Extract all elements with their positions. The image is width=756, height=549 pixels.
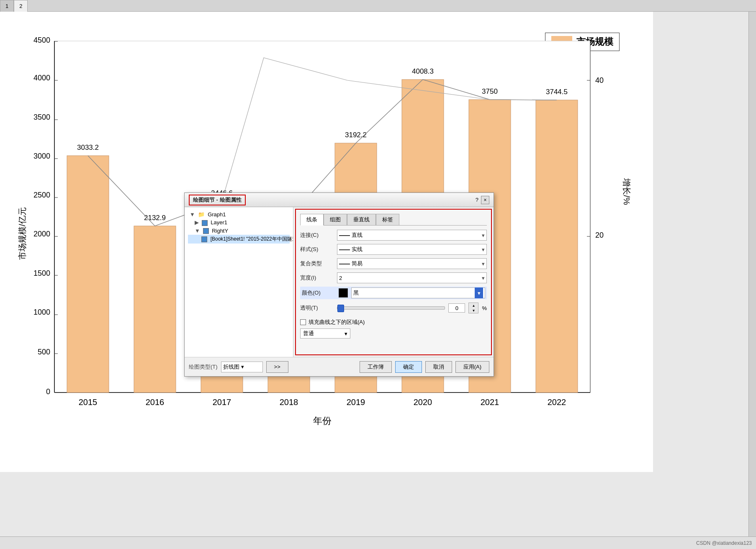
x-label-2020: 2020 xyxy=(414,398,432,407)
dialog-footer: 绘图类型(T) 折线图 ▾ >> 工作簿 确定 取消 应用(A) xyxy=(185,357,494,376)
x-label-2021: 2021 xyxy=(481,398,499,407)
dialog-titlebar: 绘图细节 - 绘图属性 ? × xyxy=(185,193,494,207)
tab-bar: 1 2 xyxy=(0,0,756,12)
bar-2022 xyxy=(536,100,578,393)
right-y-axis-label: 增长/% xyxy=(622,178,631,205)
bar-label-2019: 3192.2 xyxy=(345,131,367,139)
normal-label: 普通 xyxy=(303,330,314,337)
tree-panel: ▼ 📁 Graph1 ▶ Layer1 ▼ RightY [Book1]Shee… xyxy=(185,207,293,357)
y-axis-label: 市场规模/亿元 xyxy=(18,207,27,260)
transparency-label: 透明(T) xyxy=(300,304,334,312)
bar-label-2020: 4008.3 xyxy=(412,67,434,75)
connect-row: 连接(C) 直线 ▾ xyxy=(300,230,487,241)
cancel-button[interactable]: 取消 xyxy=(425,361,452,373)
right-y-tick-40: 40 xyxy=(595,76,604,85)
bottom-bar: CSDN @xiatiandexia123 xyxy=(0,536,756,549)
x-label-2016: 2016 xyxy=(146,398,165,407)
transparency-unit: % xyxy=(482,305,487,311)
y-tick-2000: 2000 xyxy=(33,230,50,238)
right-y-tick-20: 20 xyxy=(595,231,604,239)
composite-label: 复合类型 xyxy=(300,260,334,267)
fill-checkbox[interactable] xyxy=(300,319,306,325)
transparency-slider[interactable] xyxy=(337,306,445,310)
transparency-spinner[interactable]: ▲ ▼ xyxy=(468,303,478,313)
style-row: 样式(S) 实线 ▾ xyxy=(300,244,487,255)
bar-2015 xyxy=(67,156,109,393)
fill-checkbox-row: 填充曲线之下的区域(A) xyxy=(300,318,487,326)
tree-layer1[interactable]: ▶ Layer1 xyxy=(188,218,290,227)
color-dropdown-arrow[interactable]: ▾ xyxy=(475,287,483,298)
width-label: 宽度(I) xyxy=(300,274,334,282)
x-label-2022: 2022 xyxy=(548,398,566,407)
chart-type-label: 绘图类型(T) xyxy=(189,363,218,371)
workbook-button[interactable]: 工作簿 xyxy=(360,361,392,373)
tree-righty[interactable]: ▼ RightY xyxy=(188,227,290,235)
arrows-button[interactable]: >> xyxy=(266,361,288,373)
transparency-input[interactable] xyxy=(448,303,465,313)
bar-2016 xyxy=(134,226,176,393)
bar-label-2022: 3744.5 xyxy=(546,88,568,96)
dialog-close-button[interactable]: × xyxy=(481,196,489,204)
spinner-down[interactable]: ▼ xyxy=(469,308,478,313)
spinner-up[interactable]: ▲ xyxy=(469,303,478,308)
composite-select[interactable]: 简易 ▾ xyxy=(337,258,487,269)
bar-label-2015: 3033.2 xyxy=(77,144,99,151)
connect-label: 连接(C) xyxy=(300,231,334,239)
plot-properties-dialog: 绘图细节 - 绘图属性 ? × ▼ 📁 Graph1 ▶ Layer1 ▼ Ri… xyxy=(184,192,494,377)
color-row: 颜色(O) 黑 ▾ xyxy=(300,287,487,299)
chart-type-select[interactable]: 折线图 ▾ xyxy=(221,362,263,372)
right-scrollbar[interactable] xyxy=(748,12,756,549)
dialog-title: 绘图细节 - 绘图属性 xyxy=(189,195,246,205)
x-label-2019: 2019 xyxy=(347,398,365,407)
y-tick-3500: 3500 xyxy=(33,113,50,121)
y-tick-2500: 2500 xyxy=(33,191,50,199)
y-tick-1500: 1500 xyxy=(33,269,50,277)
dialog-body: ▼ 📁 Graph1 ▶ Layer1 ▼ RightY [Book1]Shee… xyxy=(185,207,494,357)
y-tick-0: 0 xyxy=(46,387,50,396)
x-label-2015: 2015 xyxy=(79,398,98,407)
tab-1[interactable]: 1 xyxy=(0,0,14,12)
tree-dataset[interactable]: [Book1]Sheet1! "2015-2022年中国隧道建设市场 xyxy=(188,235,290,244)
x-label-2018: 2018 xyxy=(280,398,298,407)
y-tick-4500: 4500 xyxy=(33,36,50,44)
slider-thumb[interactable] xyxy=(337,305,344,312)
props-tabs: 线条 组图 垂直线 标签 xyxy=(300,214,487,226)
x-label-2017: 2017 xyxy=(213,398,231,407)
color-swatch xyxy=(339,288,348,298)
width-select[interactable]: 2 ▾ xyxy=(337,272,487,283)
tab-labels[interactable]: 标签 xyxy=(376,214,399,225)
tree-graph1[interactable]: ▼ 📁 Graph1 xyxy=(188,210,290,218)
ok-button[interactable]: 确定 xyxy=(395,361,422,373)
tab-group[interactable]: 组图 xyxy=(324,214,347,225)
connect-select[interactable]: 直线 ▾ xyxy=(337,230,487,241)
y-tick-1000: 1000 xyxy=(33,308,50,316)
style-select[interactable]: 实线 ▾ xyxy=(337,244,487,255)
dialog-question[interactable]: ? xyxy=(476,197,478,203)
x-axis-label: 年份 xyxy=(313,416,332,426)
normal-select[interactable]: 普通 ▾ xyxy=(300,328,350,339)
tab-vertical[interactable]: 垂直线 xyxy=(347,214,376,225)
dialog-controls: ? × xyxy=(476,196,489,204)
tab-2[interactable]: 2 xyxy=(14,0,28,12)
y-tick-500: 500 xyxy=(38,348,50,356)
style-label: 样式(S) xyxy=(300,246,334,253)
bar-label-2021: 3750 xyxy=(482,87,498,95)
y-tick-3000: 3000 xyxy=(33,152,50,160)
normal-select-arrow: ▾ xyxy=(345,331,347,337)
composite-row: 复合类型 简易 ▾ xyxy=(300,258,487,269)
watermark: CSDN @xiatiandexia123 xyxy=(696,540,752,546)
props-panel: 线条 组图 垂直线 标签 连接(C) 直线 ▾ 样式(S) 实线 ▾ xyxy=(295,209,492,355)
transparency-row: 透明(T) ▲ ▼ % xyxy=(300,303,487,313)
width-row: 宽度(I) 2 ▾ xyxy=(300,272,487,283)
apply-button[interactable]: 应用(A) xyxy=(455,361,489,373)
tab-lines[interactable]: 线条 xyxy=(300,214,324,226)
color-label: 颜色(O) xyxy=(302,289,335,297)
y-tick-4000: 4000 xyxy=(33,74,50,82)
fill-label: 填充曲线之下的区域(A) xyxy=(309,318,365,326)
color-dropdown[interactable]: 黑 ▾ xyxy=(351,287,485,298)
